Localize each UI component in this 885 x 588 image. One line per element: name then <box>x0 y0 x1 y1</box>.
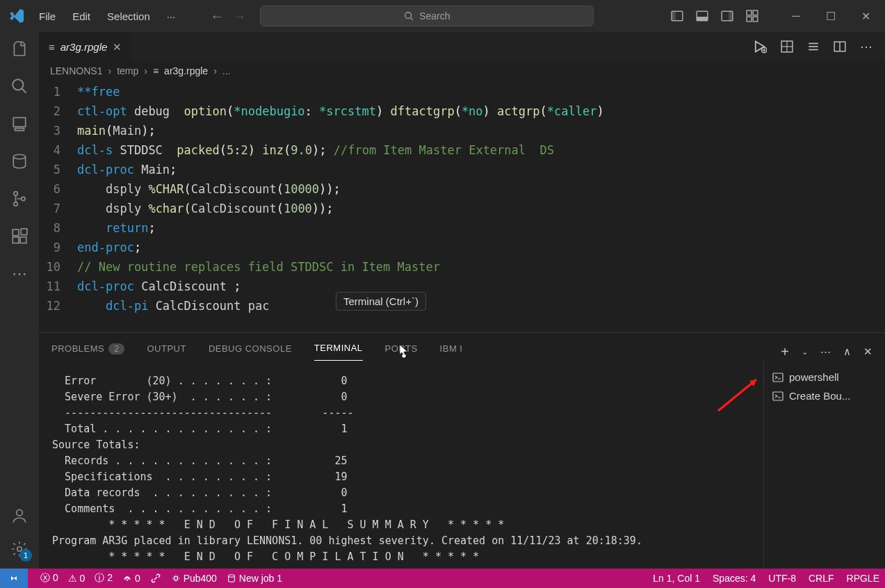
breadcrumb-root[interactable]: LENNONS1 <box>50 65 102 76</box>
status-link-icon[interactable] <box>150 573 161 585</box>
close-icon[interactable]: ✕ <box>852 6 879 26</box>
code-content[interactable]: main(Main); <box>77 121 156 140</box>
code-content[interactable]: // New routine replaces field STDDSC in … <box>77 257 440 277</box>
code-line[interactable]: 5dcl-proc Main; <box>39 160 885 179</box>
accounts-icon[interactable] <box>10 506 29 525</box>
terminal-item-powershell[interactable]: powershell <box>768 368 881 386</box>
menu-selection[interactable]: Selection <box>100 8 157 25</box>
status-encoding[interactable]: UTF-8 <box>768 573 796 584</box>
code-content[interactable]: dsply %char(CalcDiscount(1000)); <box>77 199 334 218</box>
code-line[interactable]: 1**free <box>39 82 885 101</box>
list-icon[interactable] <box>807 40 820 53</box>
layout-bottom-icon[interactable] <box>696 10 708 22</box>
more-activity-icon[interactable]: ⋯ <box>10 264 29 284</box>
terminal-dropdown-icon[interactable]: ⌄ <box>802 348 808 357</box>
menu-file[interactable]: File <box>32 8 63 25</box>
terminal-item-create[interactable]: Create Bou... <box>768 386 881 405</box>
code-line[interactable]: 12 dcl-pi CalcDiscount pac <box>39 296 885 316</box>
svg-rect-20 <box>13 229 19 236</box>
nav-forward-icon[interactable]: → <box>232 8 246 24</box>
code-content[interactable]: **free <box>77 82 120 101</box>
terminal-list: powershell Create Bou... <box>763 361 885 569</box>
status-cursor-pos[interactable]: Ln 1, Col 1 <box>653 573 700 584</box>
maximize-icon[interactable]: ☐ <box>817 6 845 26</box>
code-line[interactable]: 10// New routine replaces field STDDSC i… <box>39 257 885 277</box>
breadcrumb-file[interactable]: ar3g.rpgle <box>164 65 208 76</box>
terminal-output[interactable]: Error (20) . . . . . . . : 0 Severe Erro… <box>39 361 763 569</box>
menu-more[interactable]: ··· <box>160 8 183 25</box>
panel-tab-ports[interactable]: PORTS <box>385 343 418 361</box>
svg-rect-7 <box>729 11 733 21</box>
breadcrumb-folder[interactable]: temp <box>117 65 138 76</box>
status-ports[interactable]: 0 <box>122 573 140 584</box>
minimize-icon[interactable]: ─ <box>782 6 810 26</box>
code-content[interactable]: dsply %CHAR(CalcDiscount(10000)); <box>77 179 341 199</box>
problems-count-badge: 2 <box>108 343 124 354</box>
layout-left-icon[interactable] <box>671 10 683 22</box>
code-content[interactable]: dcl-pi CalcDiscount pac <box>77 296 269 316</box>
panel-tab-terminal[interactable]: TERMINAL <box>314 343 363 361</box>
status-job[interactable]: New job 1 <box>227 573 282 584</box>
code-line[interactable]: 8 return; <box>39 218 885 238</box>
svg-point-12 <box>13 79 23 90</box>
code-content[interactable]: end-proc; <box>77 238 141 257</box>
status-bar: ⓧ 0 ⚠ 0 ⓘ 2 0 Pub400 New job 1 Ln 1, Col… <box>0 569 885 588</box>
status-errors[interactable]: ⓧ 0 <box>40 572 58 585</box>
status-language[interactable]: RPGLE <box>847 573 879 584</box>
svg-rect-9 <box>753 10 758 15</box>
code-content[interactable]: dcl-proc CalcDiscount ; <box>77 277 241 296</box>
svg-rect-3 <box>672 11 676 21</box>
extensions-icon[interactable] <box>10 227 29 246</box>
explorer-icon[interactable] <box>10 39 29 58</box>
panel-more-icon[interactable]: ⋯ <box>820 345 831 358</box>
split-icon[interactable] <box>834 40 846 53</box>
code-line[interactable]: 9end-proc; <box>39 238 885 257</box>
nav-back-icon[interactable]: ← <box>210 8 224 24</box>
code-line[interactable]: 6 dsply %CHAR(CalcDiscount(10000)); <box>39 179 885 199</box>
breadcrumb-more[interactable]: ... <box>222 65 231 76</box>
ibmi-icon[interactable] <box>10 114 29 133</box>
layout-customize-icon[interactable] <box>746 10 758 22</box>
settings-icon[interactable]: 1 <box>10 539 29 559</box>
menu-edit[interactable]: Edit <box>65 8 97 25</box>
database-icon[interactable] <box>10 152 29 171</box>
panel-tab-problems[interactable]: PROBLEMS2 <box>51 343 124 361</box>
svg-rect-5 <box>697 17 708 21</box>
code-line[interactable]: 11dcl-proc CalcDiscount ; <box>39 277 885 296</box>
search-icon[interactable] <box>10 76 29 96</box>
status-eol[interactable]: CRLF <box>809 573 834 584</box>
code-content[interactable]: ctl-opt debug option(*nodebugio: *srcstm… <box>77 101 604 121</box>
code-content[interactable]: return; <box>77 218 156 238</box>
code-line[interactable]: 2ctl-opt debug option(*nodebugio: *srcst… <box>39 101 885 121</box>
source-control-icon[interactable] <box>10 189 29 209</box>
panel-tab-output[interactable]: OUTPUT <box>147 343 186 361</box>
svg-rect-21 <box>13 237 19 243</box>
code-editor[interactable]: 1**free2ctl-opt debug option(*nodebugio:… <box>39 82 885 332</box>
more-actions-icon[interactable]: ⋯ <box>860 39 872 54</box>
status-connection[interactable]: Pub400 <box>171 573 217 584</box>
code-content[interactable]: dcl-s STDDSC packed(5:2) inz(9.0); //fro… <box>77 140 554 160</box>
new-terminal-icon[interactable]: + <box>781 344 789 360</box>
run-icon[interactable] <box>753 40 767 54</box>
tab-close-icon[interactable]: ✕ <box>113 41 122 54</box>
panel-tab-ibmi[interactable]: IBM I <box>440 343 463 361</box>
status-indentation[interactable]: Spaces: 4 <box>713 573 756 584</box>
breadcrumb[interactable]: LENNONS1› temp› ≡ ar3g.rpgle› ... <box>39 61 885 82</box>
remote-indicator[interactable] <box>0 569 28 588</box>
status-warnings[interactable]: ⚠ 0 <box>68 573 86 584</box>
grid-icon[interactable] <box>781 40 793 53</box>
terminal-label: powershell <box>789 371 839 383</box>
code-line[interactable]: 4dcl-s STDDSC packed(5:2) inz(9.0); //fr… <box>39 140 885 160</box>
code-content[interactable]: dcl-proc Main; <box>77 160 177 179</box>
code-line[interactable]: 7 dsply %char(CalcDiscount(1000)); <box>39 199 885 218</box>
terminal-icon <box>772 391 783 402</box>
layout-right-icon[interactable] <box>721 10 733 22</box>
svg-line-13 <box>22 88 26 93</box>
code-line[interactable]: 3main(Main); <box>39 121 885 140</box>
panel-close-icon[interactable]: ✕ <box>863 345 872 358</box>
status-info[interactable]: ⓘ 2 <box>95 572 113 585</box>
panel-tab-debug[interactable]: DEBUG CONSOLE <box>209 343 292 361</box>
panel-maximize-icon[interactable]: ∧ <box>843 345 851 358</box>
tab-ar3g[interactable]: ≡ ar3g.rpgle ✕ <box>39 32 131 61</box>
command-center[interactable]: Search <box>260 6 594 26</box>
